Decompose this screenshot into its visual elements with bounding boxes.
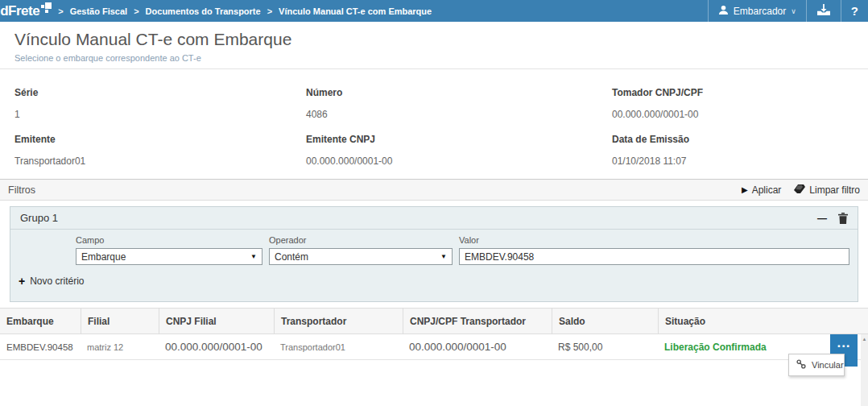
cell-embarque: EMBDEV.90458 xyxy=(0,334,81,359)
field-emitente-value: Transportador01 xyxy=(14,155,306,167)
help-icon: ? xyxy=(851,4,858,18)
apply-filter-label: Aplicar xyxy=(752,184,782,196)
page-subtitle: Selecione o embarque correspondente ao C… xyxy=(14,53,854,63)
help-button[interactable]: ? xyxy=(841,0,868,22)
user-menu-label: Embarcador xyxy=(734,6,786,17)
cte-details: Série 1 Número 4086 Tomador CNPJ/CPF 00.… xyxy=(0,69,868,179)
valor-input[interactable] xyxy=(459,248,849,265)
field-serie-label: Série xyxy=(14,87,306,98)
field-emitente-cnpj-label: Emitente CNPJ xyxy=(306,134,612,145)
logo-squares-icon xyxy=(41,2,52,15)
field-tomador-cnpj-value: 00.000.000/0001-00 xyxy=(612,109,854,120)
field-tomador-cnpj: Tomador CNPJ/CPF 00.000.000/0001-00 xyxy=(612,87,854,120)
col-header-situacao: Situação xyxy=(658,309,868,334)
scroll-up-icon: ▲ xyxy=(862,337,867,406)
app-logo-text: ldFrete xyxy=(0,3,39,19)
filter-group-1: Grupo 1 — Campo Embarque ▼ Operador Cont… xyxy=(10,206,858,302)
play-icon: ▶ xyxy=(742,185,748,194)
cell-filial: matriz 12 xyxy=(81,334,159,359)
user-icon xyxy=(718,5,729,18)
field-numero: Número 4086 xyxy=(306,87,612,120)
campo-select-value: Embarque xyxy=(81,251,126,263)
field-data-emissao-value: 01/10/2018 11:07 xyxy=(612,155,854,167)
results-table: Embarque Filial CNPJ Filial Transportado… xyxy=(0,308,868,360)
breadcrumb-separator-icon: > xyxy=(134,6,138,16)
filter-group-header: Grupo 1 — xyxy=(10,207,858,230)
col-header-embarque: Embarque xyxy=(0,309,81,334)
campo-label: Campo xyxy=(76,235,262,245)
field-emitente-cnpj-value: 00.000.000/0001-00 xyxy=(306,155,612,167)
breadcrumb-vinculo-manual[interactable]: Vínculo Manual CT-e com Embarque xyxy=(279,6,432,16)
operador-label: Operador xyxy=(269,235,453,245)
cell-cnpj-filial: 00.000.000/0001-00 xyxy=(159,334,274,359)
campo-select[interactable]: Embarque ▼ xyxy=(76,248,262,265)
field-tomador-cnpj-label: Tomador CNPJ/CPF xyxy=(612,87,854,98)
plus-icon: + xyxy=(19,276,25,286)
field-data-emissao: Data de Emissão 01/10/2018 11:07 xyxy=(612,134,854,167)
col-header-filial: Filial xyxy=(81,309,159,334)
field-emitente-cnpj: Emitente CNPJ 00.000.000/0001-00 xyxy=(306,134,612,167)
field-emitente: Emitente Transportador01 xyxy=(14,134,306,167)
vincular-menu-item[interactable]: Vincular xyxy=(788,354,845,376)
breadcrumb-separator-icon: > xyxy=(58,6,63,16)
user-menu[interactable]: Embarcador ∨ xyxy=(709,0,806,22)
field-serie-value: 1 xyxy=(14,109,306,120)
field-numero-value: 4086 xyxy=(306,109,612,120)
page-header: Vínculo Manual CT-e com Embarque Selecio… xyxy=(0,22,868,69)
filter-group-title: Grupo 1 xyxy=(20,212,58,224)
col-header-saldo: Saldo xyxy=(552,309,658,334)
delete-group-button[interactable] xyxy=(838,213,848,224)
filters-bar: Filtros ▶ Aplicar Limpar filtro xyxy=(0,179,868,201)
ellipsis-icon: ... xyxy=(830,339,858,347)
filters-title: Filtros xyxy=(8,184,35,196)
page-title: Vínculo Manual CT-e com Embarque xyxy=(14,30,854,49)
app-logo[interactable]: ldFrete xyxy=(0,3,52,19)
col-header-cnpj-transportador: CNPJ/CPF Transportador xyxy=(403,309,552,334)
valor-label: Valor xyxy=(459,235,849,245)
breadcrumb-documentos-transporte[interactable]: Documentos do Transporte xyxy=(146,6,261,16)
field-numero-label: Número xyxy=(306,87,612,98)
select-arrow-icon: ▼ xyxy=(440,253,447,260)
eraser-icon xyxy=(794,184,805,196)
vincular-label: Vincular xyxy=(812,360,844,370)
col-header-cnpj-filial: CNPJ Filial xyxy=(159,309,274,334)
link-icon xyxy=(796,359,806,371)
breadcrumb-separator-icon: > xyxy=(267,6,272,16)
field-emitente-label: Emitente xyxy=(14,134,306,145)
field-data-emissao-label: Data de Emissão xyxy=(612,134,854,145)
clear-filter-button[interactable]: Limpar filtro xyxy=(794,184,860,196)
col-header-transportador: Transportador xyxy=(274,309,403,334)
collapse-group-button[interactable]: — xyxy=(817,214,827,222)
operador-select-value: Contém xyxy=(275,251,308,263)
apply-filter-button[interactable]: ▶ Aplicar xyxy=(742,184,781,196)
cell-cnpj-transportador: 00.000.000/0001-00 xyxy=(403,334,552,359)
field-serie: Série 1 xyxy=(14,87,306,120)
select-arrow-icon: ▼ xyxy=(250,253,257,260)
filter-area: Grupo 1 — Campo Embarque ▼ Operador Cont… xyxy=(0,201,868,308)
cell-transportador: Transportador01 xyxy=(274,334,403,359)
operador-select[interactable]: Contém ▼ xyxy=(269,248,453,265)
cell-saldo: R$ 500,00 xyxy=(552,334,658,359)
filter-criteria-row: Campo Embarque ▼ Operador Contém ▼ Valor xyxy=(10,230,858,265)
new-criterion-label: Novo critério xyxy=(30,276,84,287)
download-button[interactable] xyxy=(807,0,841,22)
download-icon xyxy=(816,3,831,19)
vertical-scrollbar[interactable]: ▲ xyxy=(861,334,868,406)
top-bar: ldFrete > Gestão Fiscal > Documentos do … xyxy=(0,0,868,22)
clear-filter-label: Limpar filtro xyxy=(809,184,860,196)
trash-icon xyxy=(838,213,848,224)
table-row[interactable]: EMBDEV.90458 matriz 12 00.000.000/0001-0… xyxy=(0,334,868,360)
new-criterion-button[interactable]: + Novo critério xyxy=(10,265,858,287)
chevron-down-icon: ∨ xyxy=(791,7,796,15)
table-header-row: Embarque Filial CNPJ Filial Transportado… xyxy=(0,308,868,334)
breadcrumb-gestao-fiscal[interactable]: Gestão Fiscal xyxy=(70,6,128,16)
